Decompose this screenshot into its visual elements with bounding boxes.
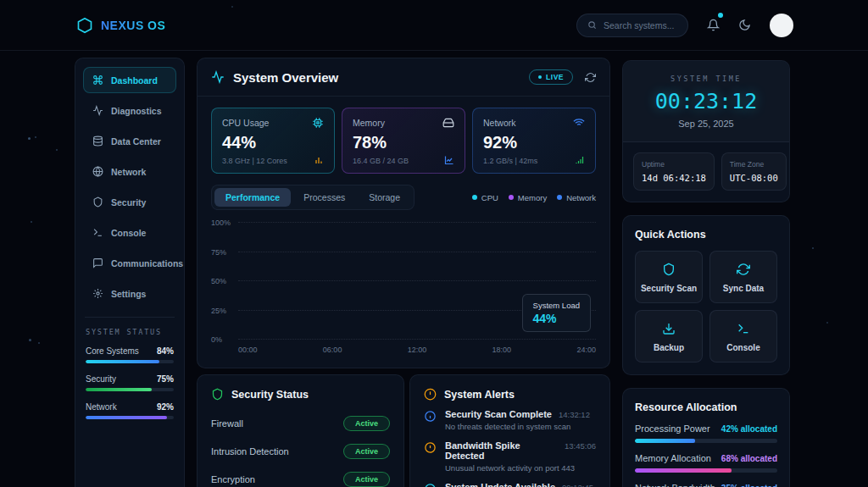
progress-track [86,388,174,391]
status-value: 84% [157,346,174,356]
terminal-icon [714,322,773,335]
background-star [28,137,31,140]
warning-circle-icon [424,441,437,473]
card-title: Quick Actions [635,229,777,241]
progress-track [635,468,777,473]
info-circle-icon [424,410,437,431]
tab-performance[interactable]: Performance [214,188,291,207]
top-navbar: NEXUS OS [0,0,868,51]
command-icon [92,75,103,86]
background-star [31,221,32,223]
notifications-button[interactable] [707,19,720,31]
sidebar-item-settings[interactable]: Settings [83,280,176,307]
search-icon [587,20,597,30]
progress-track [635,439,777,443]
cpu-usage-card: CPU Usage 44% 3.8 GHz | 12 Cores [211,108,335,174]
security-scan-button[interactable]: Security Scan [635,251,703,303]
x-axis-tick: 00:00 [238,346,258,354]
dark-mode-toggle[interactable] [738,19,751,31]
sidebar-item-label: Console [111,228,146,238]
x-axis-tick: 18:00 [492,346,512,354]
sidebar-item-communications[interactable]: Communications [83,250,176,276]
y-axis-tick: 0% [211,335,222,344]
alert-time: 09:12:45 [562,483,593,487]
shield-icon [211,388,224,401]
sidebar-item-network[interactable]: Network [83,158,176,185]
status-badge: Active [343,416,390,431]
stat-label: CPU Usage [222,118,269,128]
overview-title: System Overview [233,70,338,85]
legend-dot-icon [472,195,477,200]
background-star [35,136,36,138]
user-avatar[interactable] [770,14,793,37]
system-alerts-card: System Alerts Security Scan Complete 14:… [409,374,610,487]
alert-description: No threats detected in system scan [445,422,590,431]
stat-detail: 1.2 GB/s | 42ms [483,157,537,165]
alert-title: Bandwidth Spike Detected [445,440,558,461]
uptime-box: Uptime 14d 06:42:18 [633,152,715,191]
tab-storage[interactable]: Storage [358,188,411,207]
resource-allocation-card: Resource Allocation Processing Power 42%… [622,388,790,487]
sidebar-item-data-center[interactable]: Data Center [83,128,176,154]
alert-item: Security Scan Complete 14:32:12 No threa… [424,409,596,431]
security-status-card: Security Status Firewall Active Intrusio… [197,374,404,487]
terminal-icon [92,227,103,238]
system-overview-card: System Overview LIVE CPU Usage [197,58,610,368]
sidebar-item-label: Diagnostics [111,106,162,116]
download-icon [639,322,698,335]
sidebar-item-dashboard[interactable]: Dashboard [83,67,176,93]
gridline [238,280,596,281]
globe-icon [92,166,103,177]
timezone-value: UTC-08:00 [730,173,778,183]
card-title: Security Status [231,389,309,401]
refresh-button[interactable] [585,72,596,83]
system-load-label: System Load [533,301,580,310]
status-core-systems: Core Systems 84% [86,346,174,363]
stat-detail: 3.8 GHz | 12 Cores [222,157,287,165]
system-time-title: SYSTEM TIME [632,75,781,83]
sidebar-item-label: Security [111,197,146,208]
backup-button[interactable]: Backup [635,310,703,362]
x-axis: 00:00 06:00 12:00 18:00 24:00 [238,346,596,354]
status-label: Security [86,374,116,384]
uptime-value: 14d 06:42:18 [642,173,706,183]
resource-processing-power: Processing Power 42% allocated [635,423,777,443]
notification-dot [718,13,723,18]
alert-title: Security Scan Complete [445,409,552,419]
gridline [238,222,596,223]
sync-data-button[interactable]: Sync Data [709,251,777,303]
sidebar-item-label: Communications [111,258,183,268]
chat-icon [92,257,103,268]
hard-drive-icon [442,117,454,129]
system-load-value: 44% [533,312,580,325]
shield-icon [92,196,103,208]
sidebar-item-security[interactable]: Security [83,189,176,215]
sidebar-item-diagnostics[interactable]: Diagnostics [83,97,176,124]
tab-processes[interactable]: Processes [292,188,356,207]
status-label: Core Systems [86,346,139,356]
signal-icon [575,155,585,165]
progress-track [86,416,174,419]
sidebar-item-console[interactable]: Console [83,219,176,246]
status-badge: Active [343,472,390,487]
brand-name: NEXUS OS [101,19,165,32]
bar-chart-icon [314,155,324,165]
hexagon-logo-icon [76,17,93,34]
progress-fill [86,360,159,363]
legend-dot-icon [509,195,514,200]
console-button[interactable]: Console [709,310,777,362]
search-box[interactable] [576,14,688,37]
database-icon [92,136,103,147]
clock-time: 00:23:12 [632,89,781,113]
alert-circle-icon [424,388,437,401]
allocation-value: 35% allocated [721,484,777,487]
line-chart-icon [444,155,454,165]
legend-cpu: CPU [472,193,498,202]
timezone-box: Time Zone UTC-08:00 [721,152,787,191]
quick-actions-card: Quick Actions Security Scan Sync Data [622,215,790,375]
alert-time: 13:45:06 [565,441,596,451]
search-input[interactable] [604,20,677,30]
gridline [238,339,596,340]
chart-tabs: Performance Processes Storage [211,185,415,210]
system-time-card: SYSTEM TIME 00:23:12 Sep 25, 2025 Uptime… [622,60,790,202]
